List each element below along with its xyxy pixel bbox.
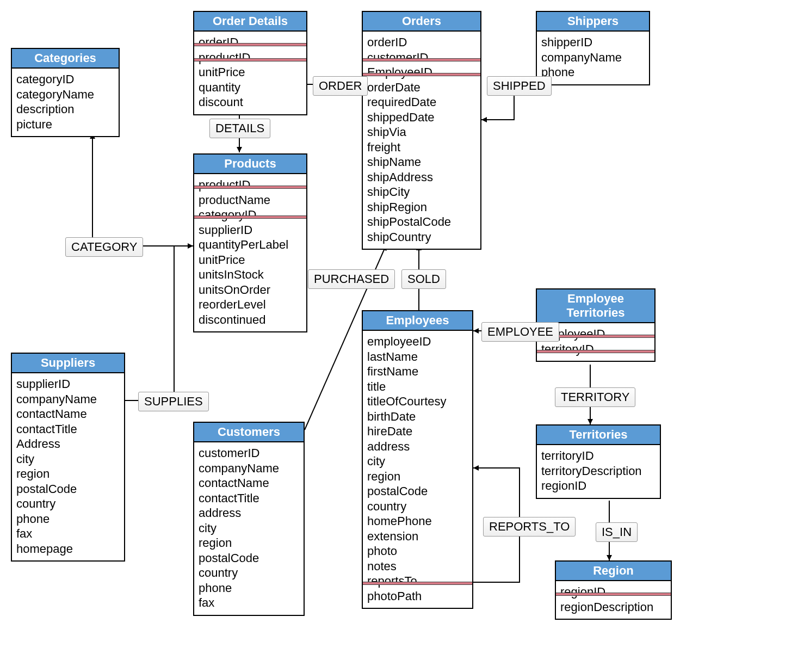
entity-suppliers[interactable]: SupplierssupplierIDcompanyNamecontactNam… [11,353,125,562]
field-requiredDate: requiredDate [367,95,476,110]
rel-purchased: PURCHASED [308,269,395,289]
field-EmployeeID: EmployeeID [367,65,476,80]
field-homePhone: homePhone [367,514,468,529]
field-extension: extension [367,529,468,544]
rel-is-in: IS_IN [596,522,638,542]
field-reportsTo: reportsTo [367,574,468,589]
entity-body: regionIDregionDescription [556,581,671,619]
field-birthDate: birthDate [367,409,468,424]
field-shippedDate: shippedDate [367,110,476,125]
field-title: title [367,379,468,394]
field-orderDate: orderDate [367,80,476,95]
field-unitsInStock: unitsInStock [199,267,302,282]
entity-header: Order Details [194,12,306,32]
field-productName: productName [199,193,302,208]
field-reorderLevel: reorderLevel [199,297,302,312]
entity-body: employeeIDlastNamefirstNametitletitleOfC… [363,331,472,608]
entity-header: Shippers [537,12,649,32]
entity-body: productIDproductNamecategoryIDsupplierID… [194,174,306,331]
entity-region[interactable]: RegionregionIDregionDescription [555,560,672,620]
field-customerID: customerID [367,50,476,65]
field-freight: freight [367,140,476,155]
entity-header: Territories [537,426,660,445]
field-shipRegion: shipRegion [367,200,476,215]
field-firstName: firstName [367,364,468,379]
field-orderID: orderID [199,35,302,50]
entity-body: orderIDproductIDunitPricequantitydiscoun… [194,32,306,114]
field-discount: discount [199,95,302,110]
field-shipPostalCode: shipPostalCode [367,214,476,230]
rel-territory: TERRITORY [555,387,635,407]
field-description: description [16,102,114,117]
entity-employees[interactable]: EmployeesemployeeIDlastNamefirstNametitl… [362,310,473,609]
field-shipVia: shipVia [367,125,476,140]
field-hireDate: hireDate [367,424,468,439]
field-phone: phone [541,65,645,80]
entity-header: Products [194,155,306,174]
entity-body: shipperIDcompanyNamephone [537,32,649,84]
rel-supplies: SUPPLIES [138,392,209,411]
field-city: city [199,521,299,536]
field-quantity: quantity [199,80,302,95]
field-Address: Address [16,436,120,452]
field-customerID: customerID [199,446,299,461]
entity-header: Customers [194,423,304,442]
field-city: city [367,454,468,469]
field-address: address [367,439,468,454]
entity-header: Categories [12,49,119,69]
entity-body: supplierIDcompanyNamecontactNamecontactT… [12,373,124,560]
field-shipCountry: shipCountry [367,230,476,245]
field-country: country [199,565,299,581]
entity-products[interactable]: ProductsproductIDproductNamecategoryIDsu… [193,153,307,332]
field-contactTitle: contactTitle [16,422,120,437]
entity-body: categoryIDcategoryNamedescriptionpicture [12,69,119,136]
field-discontinued: discontinued [199,312,302,328]
field-country: country [367,499,468,514]
field-address: address [199,505,299,521]
field-fax: fax [16,526,120,541]
field-regionID: regionID [560,584,666,600]
field-orderID: orderID [367,35,476,50]
field-contactName: contactName [199,476,299,491]
field-quantityPerLabel: quantityPerLabel [199,237,302,252]
field-territoryID: territoryID [541,342,650,357]
field-contactTitle: contactTitle [199,491,299,506]
entity-header: Region [556,562,671,581]
entity-header: Orders [363,12,480,32]
field-region: region [367,469,468,484]
field-companyName: companyName [541,50,645,65]
field-fax: fax [199,595,299,611]
entity-customers[interactable]: CustomerscustomerIDcompanyNamecontactNam… [193,422,305,616]
field-contactName: contactName [16,406,120,422]
field-postalCode: postalCode [367,484,468,499]
field-productID: productID [199,177,302,193]
entity-categories[interactable]: CategoriescategoryIDcategoryNamedescript… [11,48,120,137]
entity-territories[interactable]: TerritoriesterritoryIDterritoryDescripti… [536,424,661,499]
field-city: city [16,452,120,467]
rel-order: ORDER [313,76,368,96]
field-shipCity: shipCity [367,184,476,200]
rel-sold: SOLD [401,269,446,289]
entity-orders[interactable]: OrdersorderIDcustomerIDEmployeeIDorderDa… [362,11,481,250]
field-homepage: homepage [16,541,120,557]
entity-order-details[interactable]: Order DetailsorderIDproductIDunitPricequ… [193,11,307,115]
field-unitsOnOrder: unitsOnOrder [199,282,302,298]
entity-shippers[interactable]: ShippersshipperIDcompanyNamephone [536,11,650,85]
field-companyName: companyName [16,392,120,407]
field-picture: picture [16,117,114,132]
entity-body: orderIDcustomerIDEmployeeIDorderDaterequ… [363,32,480,249]
field-region: region [199,535,299,551]
entity-body: territoryIDterritoryDescriptionregionID [537,445,660,498]
field-regionID: regionID [541,478,656,494]
rel-employee: EMPLOYEE [481,322,559,342]
field-employeeID: employeeID [367,334,468,349]
field-categoryName: categoryName [16,87,114,102]
field-shipAddress: shipAddress [367,170,476,185]
field-shipName: shipName [367,155,476,170]
field-productID: productID [199,50,302,65]
rel-reports-to: REPORTS_TO [483,517,576,537]
rel-details: DETAILS [209,119,270,138]
field-unitPrice: unitPrice [199,65,302,80]
rel-shipped: SHIPPED [487,76,552,96]
rel-category: CATEGORY [65,237,143,257]
